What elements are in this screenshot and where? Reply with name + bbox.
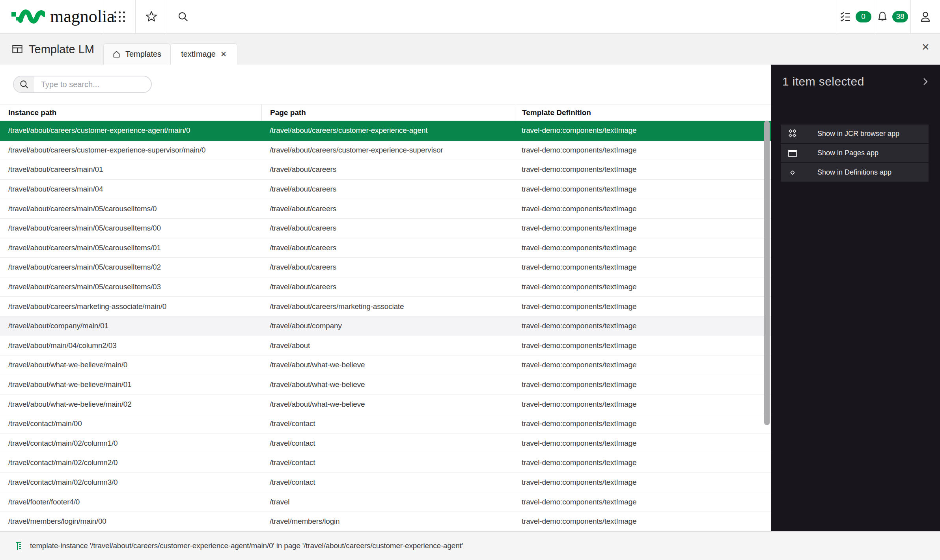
profile-button[interactable]	[910, 0, 940, 33]
table-row[interactable]: /travel/about/what-we-believe/main/0 /tr…	[0, 355, 771, 375]
table-row[interactable]: /travel/about/careers/main/01 /travel/ab…	[0, 160, 771, 180]
table-row[interactable]: /travel/members/login/main/00 /travel/me…	[0, 512, 771, 532]
table-row[interactable]: /travel/about/what-we-believe/main/02 /t…	[0, 394, 771, 414]
cell-template-definition: travel-demo:components/textImage	[516, 126, 771, 135]
cell-template-definition: travel-demo:components/textImage	[516, 283, 771, 291]
cell-template-definition: travel-demo:components/textImage	[516, 146, 771, 154]
table-row[interactable]: /travel/about/careers/main/05/carouselIt…	[0, 238, 771, 258]
cell-page-path: /travel/about/company	[261, 322, 516, 330]
jcr-diamonds-icon	[788, 129, 797, 139]
table-body: /travel/about/careers/customer-experienc…	[0, 121, 771, 531]
tab-close-icon[interactable]: ✕	[220, 50, 227, 58]
cell-template-definition: travel-demo:components/textImage	[516, 263, 771, 272]
table-row[interactable]: /travel/about/careers/customer-experienc…	[0, 141, 771, 160]
app-title: Template LM	[12, 43, 94, 56]
tasks-button[interactable]: 0	[837, 0, 874, 33]
cell-instance-path: /travel/about/what-we-believe/main/01	[0, 380, 261, 389]
cell-page-path: /travel/contact	[261, 458, 516, 467]
user-icon	[919, 10, 932, 23]
cell-page-path: /travel/contact	[261, 439, 516, 448]
table-scrollbar-thumb[interactable]	[764, 121, 770, 425]
cell-template-definition: travel-demo:components/textImage	[516, 165, 771, 174]
content-area: Instance path Page path Template Definit…	[0, 65, 940, 531]
table-row[interactable]: /travel/contact/main/02/column2/0 /trave…	[0, 453, 771, 473]
action-list: Show in JCR browser app Show in Pages ap…	[781, 125, 929, 182]
notifications-button[interactable]: 38	[874, 0, 910, 33]
action-label: Show in JCR browser app	[817, 130, 899, 138]
table-row[interactable]: /travel/about/careers/customer-experienc…	[0, 121, 771, 141]
table-row[interactable]: /travel/about/careers/main/05/carouselIt…	[0, 277, 771, 297]
cell-page-path: /travel/about/careers	[261, 224, 516, 233]
apps-grid-icon[interactable]	[104, 0, 135, 33]
table-row[interactable]: /travel/contact/main/02/column3/0 /trave…	[0, 473, 771, 493]
cell-instance-path: /travel/about/what-we-believe/main/02	[0, 400, 261, 409]
table-row[interactable]: /travel/about/careers/marketing-associat…	[0, 297, 771, 316]
table-row[interactable]: /travel/about/careers/main/04 /travel/ab…	[0, 180, 771, 199]
action-show-in-pages[interactable]: Show in Pages app	[781, 144, 929, 162]
magnolia-wave-logo-icon	[11, 6, 45, 27]
cell-instance-path: /travel/contact/main/02/column1/0	[0, 439, 261, 448]
chevron-right-icon[interactable]	[923, 77, 928, 86]
template-instance-icon	[15, 541, 24, 551]
selection-count-label: 1 item selected	[782, 75, 864, 88]
status-text: template-instance '/travel/about/careers…	[30, 541, 463, 550]
cell-instance-path: /travel/about/careers/main/05/carouselIt…	[0, 224, 261, 233]
cell-template-definition: travel-demo:components/textImage	[516, 322, 771, 330]
action-show-in-jcr-browser[interactable]: Show in JCR browser app	[781, 125, 929, 143]
table-row[interactable]: /travel/about/what-we-believe/main/01 /t…	[0, 375, 771, 395]
cell-instance-path: /travel/contact/main/02/column3/0	[0, 478, 261, 487]
cell-instance-path: /travel/contact/main/00	[0, 419, 261, 428]
cell-template-definition: travel-demo:components/textImage	[516, 185, 771, 193]
table-row[interactable]: /travel/about/careers/main/05/carouselIt…	[0, 199, 771, 219]
tasks-badge: 0	[856, 11, 871, 22]
bell-icon	[877, 11, 888, 22]
cell-page-path: /travel/contact	[261, 478, 516, 487]
cell-page-path: /travel/about	[261, 341, 516, 350]
table-row[interactable]: /travel/footer/footer4/0 /travel travel-…	[0, 492, 771, 512]
table-row[interactable]: /travel/contact/main/00 /travel/contact …	[0, 414, 771, 434]
table-row[interactable]: /travel/about/company/main/01 /travel/ab…	[0, 316, 771, 336]
table-row[interactable]: /travel/about/careers/main/05/carouselIt…	[0, 219, 771, 238]
search-icon[interactable]	[167, 0, 198, 33]
cell-page-path: /travel/about/careers	[261, 263, 516, 272]
table-row[interactable]: /travel/contact/main/02/column1/0 /trave…	[0, 434, 771, 454]
cell-instance-path: /travel/about/careers/main/05/carouselIt…	[0, 283, 261, 291]
cell-template-definition: travel-demo:components/textImage	[516, 458, 771, 467]
panel-header: 1 item selected	[771, 65, 940, 88]
cell-instance-path: /travel/about/careers/marketing-associat…	[0, 302, 261, 311]
cell-instance-path: /travel/about/main/04/column2/03	[0, 341, 261, 350]
search-box[interactable]	[13, 76, 152, 93]
shell-header: magnolia 0 38	[0, 0, 940, 33]
cell-instance-path: /travel/about/careers/main/05/carouselIt…	[0, 205, 261, 213]
cell-page-path: /travel/contact	[261, 419, 516, 428]
action-show-in-definitions[interactable]: Show in Definitions app	[781, 163, 929, 182]
table-row[interactable]: /travel/about/careers/main/05/carouselIt…	[0, 258, 771, 277]
cell-page-path: /travel/about/careers/marketing-associat…	[261, 302, 516, 311]
cell-page-path: /travel/about/careers	[261, 244, 516, 252]
tab-templates[interactable]: Templates	[103, 43, 170, 65]
apps-grid-dots	[114, 11, 125, 22]
cell-template-definition: travel-demo:components/textImage	[516, 205, 771, 213]
cell-page-path: /travel/about/what-we-believe	[261, 380, 516, 389]
favorites-star-icon[interactable]	[135, 0, 167, 33]
column-header-page-path[interactable]: Page path	[261, 104, 516, 121]
cell-template-definition: travel-demo:components/textImage	[516, 302, 771, 311]
home-icon	[112, 50, 121, 58]
pages-window-icon	[788, 150, 797, 157]
cell-template-definition: travel-demo:components/textImage	[516, 400, 771, 409]
status-bar: template-instance '/travel/about/careers…	[0, 531, 940, 560]
column-header-instance-path[interactable]: Instance path	[0, 104, 261, 121]
search-input[interactable]	[34, 76, 151, 92]
cell-template-definition: travel-demo:components/textImage	[516, 361, 771, 369]
cell-template-definition: travel-demo:components/textImage	[516, 244, 771, 252]
cell-instance-path: /travel/contact/main/02/column2/0	[0, 458, 261, 467]
cell-template-definition: travel-demo:components/textImage	[516, 517, 771, 526]
cell-page-path: /travel/members/login	[261, 517, 516, 526]
close-app-icon[interactable]: ✕	[921, 42, 930, 52]
table-row[interactable]: /travel/about/main/04/column2/03 /travel…	[0, 336, 771, 356]
cell-template-definition: travel-demo:components/textImage	[516, 380, 771, 389]
tab-textimage[interactable]: textImage ✕	[170, 43, 237, 65]
column-header-template-definition[interactable]: Template Definition	[516, 104, 771, 121]
cell-instance-path: /travel/about/careers/main/04	[0, 185, 261, 193]
cell-page-path: /travel	[261, 498, 516, 506]
